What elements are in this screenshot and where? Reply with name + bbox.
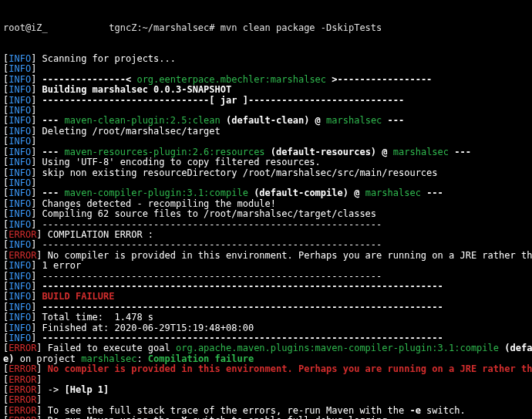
log-segment: INFO [8, 95, 31, 106]
log-segment: on project [14, 353, 81, 364]
shell-prompt: root@iZ_ tgncZ:~/marshalsec# mvn clean p… [3, 22, 382, 33]
log-line: [INFO] --- maven-clean-plugin:2.5:clean … [3, 116, 529, 126]
log-segment: INFO [8, 147, 31, 157]
log-segment: No compiler is provided in this environm… [48, 363, 532, 374]
log-segment: ] Finished at: 2020-06-29T15:19:48+08:00 [31, 323, 254, 333]
log-line: [INFO] 1 error [3, 261, 529, 271]
log-segment: INFO [8, 333, 31, 343]
log-segment: @ [309, 115, 326, 126]
log-segment: ] [31, 177, 36, 188]
log-segment: ] Compiling 62 source files to /root/mar… [31, 208, 376, 219]
terminal-window[interactable]: root@iZ_ tgncZ:~/marshalsec# mvn clean p… [0, 0, 532, 419]
log-line: [INFO] ---------------------------------… [3, 240, 529, 250]
log-segment: INFO [8, 167, 31, 178]
log-segment: ] [31, 136, 36, 147]
log-segment: ] Total time: 1.478 s [31, 312, 153, 323]
log-segment: BUILD FAILURE [42, 291, 115, 302]
log-line: [INFO] Using 'UTF-8' encoding to copy fi… [3, 157, 529, 167]
log-segment: ] [36, 394, 42, 405]
log-segment: ] Deleting /root/marshalsec/target [31, 126, 221, 137]
log-segment: INFO [8, 126, 31, 137]
log-segment: ] -> [36, 384, 64, 395]
log-line: [INFO] Changes detected - recompiling th… [3, 199, 529, 209]
log-line: [INFO] ---------------------------------… [3, 282, 529, 292]
log-segment: --- [382, 115, 404, 126]
log-segment: ] [31, 84, 42, 95]
log-segment: ERROR [8, 229, 36, 240]
log-segment: INFO [8, 302, 31, 313]
log-line: [INFO] Finished at: 2020-06-29T15:19:48+… [3, 323, 529, 333]
log-segment: Compilation failure [148, 353, 254, 364]
log-segment: ] [31, 95, 42, 106]
log-segment: INFO [8, 53, 31, 64]
log-line: [INFO] [3, 64, 529, 74]
log-line: [INFO] Scanning for projects... [3, 54, 529, 64]
log-segment: ----------------------------------------… [42, 333, 443, 343]
log-segment: INFO [8, 84, 31, 95]
log-segment: ---------------< [42, 74, 137, 85]
log-line: [INFO] Total time: 1.478 s [3, 313, 529, 323]
log-line: [INFO] ---------------------------------… [3, 272, 529, 282]
log-segment: INFO [8, 239, 31, 250]
log-line: [INFO] ---------------< org.eenterpace.m… [3, 75, 529, 85]
log-segment: ERROR [8, 405, 36, 416]
log-segment: INFO [8, 74, 31, 85]
log-line: [ERROR] Re-run Maven using the -X switch… [3, 416, 529, 419]
log-line: [ERROR] -> [Help 1] [3, 385, 529, 395]
log-line: [ERROR] To see the full stack trace of t… [3, 406, 529, 416]
log-line: [INFO] ------------------------------[ j… [3, 96, 529, 106]
log-segment: (default-clean) [221, 115, 310, 126]
log-segment: INFO [8, 136, 31, 147]
log-segment: ] 1 error [31, 260, 81, 271]
log-line: [ERROR] No compiler is provided in this … [3, 364, 529, 374]
log-segment: INFO [8, 219, 31, 230]
log-segment: ERROR [8, 415, 36, 419]
log-segment: INFO [8, 208, 31, 219]
log-line: [INFO] ---------------------------------… [3, 220, 529, 230]
log-segment: ERROR [8, 343, 36, 353]
log-line: [INFO] BUILD FAILURE [3, 292, 529, 302]
log-segment: ] Failed to execute goal [36, 343, 176, 353]
log-segment: ] Using 'UTF-8' encoding to copy filtere… [31, 157, 321, 167]
log-segment: ERROR [8, 363, 36, 374]
log-segment: e) [3, 353, 14, 364]
log-segment: switch to enable full debug logging. [187, 415, 392, 419]
log-segment: ] Scanning for projects... [31, 53, 176, 64]
log-segment: maven-resources-plugin:2.6:resources [65, 147, 265, 157]
log-segment: ] Re-run Maven using the [36, 415, 176, 419]
log-segment: ] [31, 105, 36, 116]
log-segment: ERROR [8, 374, 36, 385]
log-segment: INFO [8, 177, 31, 188]
log-segment: ERROR [8, 394, 36, 405]
log-segment: ] [36, 363, 47, 374]
log-segment: ] [31, 147, 42, 157]
log-line: [INFO] Compiling 62 source files to /roo… [3, 209, 529, 219]
log-segment: ] --------------------------------------… [31, 239, 382, 250]
log-segment: ] COMPILATION ERROR : [36, 229, 153, 240]
log-segment: INFO [8, 115, 31, 126]
log-segment: (default-resources) [265, 147, 377, 157]
log-segment: --- [42, 147, 65, 157]
log-segment: ] [31, 115, 42, 126]
log-segment: ] [31, 291, 42, 302]
log-segment: ------------------------------[ jar ]---… [42, 95, 405, 106]
log-segment: [Help 1] [64, 384, 109, 395]
log-line: [ERROR] COMPILATION ERROR : [3, 230, 529, 240]
log-line: [ERROR] [3, 375, 529, 385]
log-segment: ----------------------------------------… [42, 302, 443, 313]
log-segment: ] [31, 74, 42, 85]
log-segment: maven-compiler-plugin:3.1:compile [65, 188, 248, 198]
log-segment: INFO [8, 105, 31, 116]
log-segment: INFO [8, 271, 31, 282]
log-segment: --- [421, 188, 443, 198]
log-segment: ----------------------------------------… [42, 281, 443, 292]
log-segment: ERROR [8, 384, 36, 395]
log-segment: ] To see the full stack trace of the err… [36, 405, 409, 416]
log-segment: @ [376, 147, 393, 157]
log-segment: (default-compile) [248, 188, 348, 198]
log-output: [INFO] Scanning for projects...[INFO][IN… [3, 54, 529, 419]
log-line: [INFO] --- maven-resources-plugin:2.6:re… [3, 147, 529, 157]
prompt-line: root@iZ_ tgncZ:~/marshalsec# mvn clean p… [3, 23, 529, 33]
log-segment: --- [42, 188, 65, 198]
log-segment: -X [176, 415, 187, 419]
